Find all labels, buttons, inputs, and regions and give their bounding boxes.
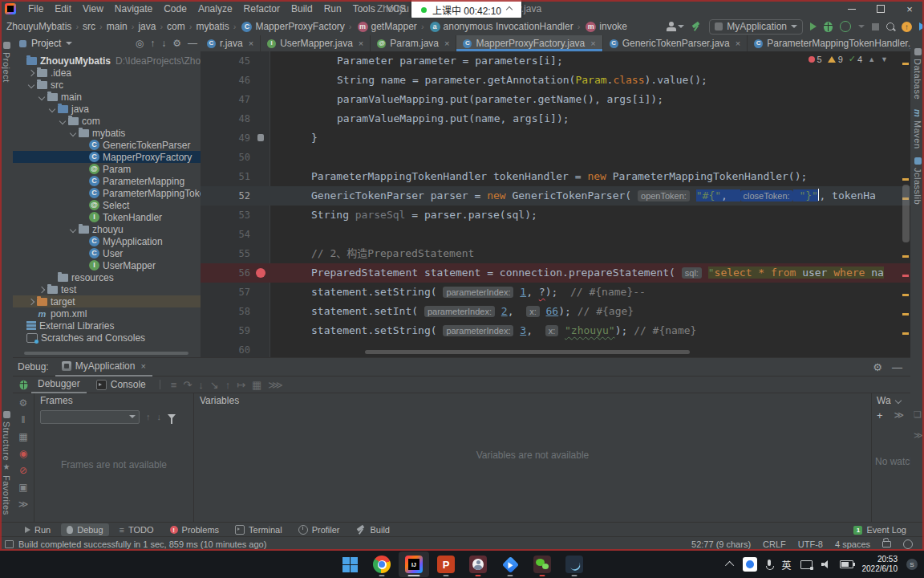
step-into-icon[interactable]: ↓ [195,379,207,391]
code-line-46[interactable]: 46String name = parameter.getAnnotation(… [201,71,910,90]
breakpoint-icon[interactable] [256,268,265,278]
show-execution-point-icon[interactable]: ≡ [168,379,180,391]
tree-arrow-icon[interactable] [58,119,67,124]
tree-item-zhouyumybatis[interactable]: ZhouyuMybatisD:\IdeaProjects\ZhouyuMybat… [13,55,201,67]
tree-item--idea[interactable]: .idea [13,67,201,79]
filter-icon[interactable] [168,414,176,419]
more-steps-icon[interactable]: ⋙ [265,379,286,391]
build-hammer-icon[interactable] [691,22,702,32]
tree-arrow-icon[interactable] [68,227,77,232]
thread-selector[interactable] [40,410,140,424]
line-number[interactable]: 54 [201,225,253,244]
tab-usermapper-java[interactable]: IUserMapper.java× [261,35,371,51]
taskbar-app-start[interactable] [334,552,365,577]
stripe-mark[interactable] [902,275,909,277]
code-line-47[interactable]: 47paramValueMapping.put(parameter.getNam… [201,90,910,109]
class-timer-widget[interactable]: 上课中 00:42:10 [411,0,521,19]
project-settings-icon[interactable]: ⚙ [172,38,181,49]
tree-item-resources[interactable]: resources [13,271,201,283]
more-run-actions-icon[interactable] [858,25,865,28]
stripe-mark[interactable] [902,313,909,315]
force-step-into-icon[interactable]: ↘ [207,379,222,391]
line-number[interactable]: 52 [201,186,253,206]
step-over-icon[interactable]: ↷ [180,379,195,391]
tab-close-icon[interactable]: × [444,39,449,48]
line-number[interactable]: 47 [201,90,253,109]
taskbar-app-powerpoint[interactable]: P [431,552,461,577]
line-number[interactable]: 46 [201,71,253,90]
gutter-mark-area[interactable] [253,109,270,128]
tree-item-parametermapping[interactable]: CParameterMapping [13,175,201,187]
editor-hscrollbar[interactable] [365,350,690,354]
file-encoding[interactable]: UTF-8 [798,539,823,549]
tool-button-maven[interactable]: mMaven [913,109,922,149]
menu-navigate[interactable]: Navigate [109,3,158,14]
line-number[interactable]: 53 [201,206,253,225]
tab-r-java[interactable]: Cr.java× [201,35,261,51]
gutter-mark-area[interactable] [253,302,270,321]
tree-arrow-icon[interactable] [37,95,46,100]
code-line-57[interactable]: 57statement.setString( parameterIndex: 1… [201,283,910,302]
layout-icon[interactable]: ❏ [914,409,922,420]
prev-problem-icon[interactable]: ▲ [868,55,875,63]
gutter-mark-area[interactable] [253,148,270,167]
tree-item-tokenhandler[interactable]: ITokenHandler [13,211,201,223]
debug-button[interactable] [824,22,833,32]
tree-item-usermapper[interactable]: IUserMapper [13,259,201,271]
code-line-51[interactable]: 51ParameterMappingTokenHandler tokenHand… [201,167,910,186]
gutter-mark-area[interactable] [253,51,270,71]
debug-settings-icon[interactable]: ⚙ [873,361,882,373]
code-line-50[interactable]: 50 [201,148,910,167]
stripe-mark[interactable] [902,255,909,258]
hide-panel-icon[interactable]: — [188,38,197,49]
line-number[interactable]: 48 [201,109,253,128]
tool-button-favorites[interactable]: ★Favorites [2,462,11,515]
code-line-53[interactable]: 53String parseSql = parser.parse(sql); [201,206,910,225]
code-line-55[interactable]: 55// 2、构造PreparedStatement [201,244,910,263]
tab-parametermappingtokenhandler-java[interactable]: CParameterMappingTokenHandler.java× [748,35,910,51]
tree-item-com[interactable]: com [13,115,201,127]
editor-vscrollbar[interactable] [902,185,910,242]
tree-item-zhouyu[interactable]: zhouyu [13,223,201,235]
line-number[interactable]: 57 [201,283,253,302]
stop-button[interactable] [872,23,879,31]
toolwindow-debug[interactable]: Debug [61,523,108,536]
tree-item-main[interactable]: main [13,91,201,103]
tab-close-icon[interactable]: × [736,39,740,48]
frame-down-icon[interactable]: ↓ [157,412,162,421]
code-line-56[interactable]: 56PreparedStatement statement = connecti… [201,263,910,283]
menu-file[interactable]: File [22,3,49,14]
toolwindow-run[interactable]: Run [19,523,56,536]
tree-arrow-icon[interactable] [47,107,56,112]
settings-icon[interactable]: ⚙ [19,398,28,408]
line-number[interactable]: 51 [201,167,253,186]
maximize-button[interactable] [866,0,895,18]
update-available-icon[interactable]: ↑ [902,22,912,32]
close-button[interactable]: × [895,0,924,18]
tab-close-icon[interactable]: × [359,39,363,48]
microphone-icon[interactable] [766,560,772,570]
highlighting-level-icon[interactable] [903,539,913,549]
code-line-52[interactable]: 52GenericTokenParser parser = new Generi… [201,186,910,206]
gutter-mark-area[interactable] [253,206,270,225]
line-number[interactable]: 59 [201,321,253,340]
run-config-selector[interactable]: MyApplication [709,19,803,35]
project-view-dropdown-icon[interactable] [66,42,72,45]
tree-item-user[interactable]: CUser [13,247,201,259]
breadcrumb-item[interactable]: minvoke [584,21,627,32]
gutter-mark-area[interactable] [253,283,270,302]
step-out-icon[interactable]: ↑ [222,379,234,391]
run-button[interactable] [810,22,817,31]
gutter-mark-area[interactable] [253,167,270,186]
code-line-45[interactable]: 45Parameter parameter = parameters[i]; [201,51,910,71]
line-number[interactable]: 45 [201,51,253,71]
gutter-mark-area[interactable] [253,225,270,244]
breadcrumb-item[interactable]: ZhouyuMybatis [6,21,71,32]
edge-partial-icon[interactable] [919,22,924,31]
ime-indicator[interactable]: 英 [781,558,791,572]
event-log-button[interactable]: 1 Event Log [853,525,906,535]
menu-refactor[interactable]: Refactor [238,3,286,14]
tree-item-test[interactable]: test [13,283,201,295]
toolwindow-terminal[interactable]: Terminal [229,523,288,536]
tree-arrow-icon[interactable] [37,287,46,292]
